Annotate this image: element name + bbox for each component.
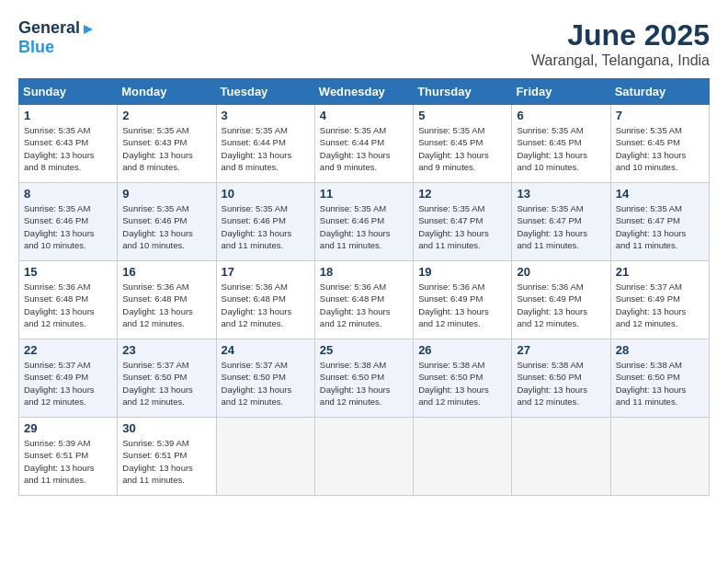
calendar-cell: 30Sunrise: 5:39 AMSunset: 6:51 PMDayligh… (118, 418, 216, 496)
day-info: Sunrise: 5:36 AMSunset: 6:48 PMDaylight:… (222, 281, 310, 329)
day-info: Sunrise: 5:35 AMSunset: 6:45 PMDaylight:… (517, 124, 605, 173)
day-number: 11 (320, 187, 408, 201)
day-info: Sunrise: 5:36 AMSunset: 6:49 PMDaylight:… (418, 281, 506, 329)
day-number: 6 (517, 109, 605, 122)
day-number: 30 (122, 421, 210, 435)
day-number: 17 (222, 265, 310, 279)
calendar-cell (216, 418, 314, 496)
calendar-table: SundayMondayTuesdayWednesdayThursdayFrid… (18, 78, 710, 496)
calendar-week-1: 1Sunrise: 5:35 AMSunset: 6:43 PMDaylight… (19, 105, 710, 183)
day-number: 8 (24, 187, 112, 201)
day-info: Sunrise: 5:35 AMSunset: 6:46 PMDaylight:… (24, 202, 112, 251)
day-number: 20 (517, 265, 605, 279)
day-number: 13 (517, 187, 605, 201)
day-info: Sunrise: 5:35 AMSunset: 6:47 PMDaylight:… (616, 202, 704, 251)
day-info: Sunrise: 5:39 AMSunset: 6:51 PMDaylight:… (122, 437, 210, 486)
day-info: Sunrise: 5:36 AMSunset: 6:48 PMDaylight:… (320, 281, 408, 329)
calendar-cell: 8Sunrise: 5:35 AMSunset: 6:46 PMDaylight… (19, 183, 118, 261)
column-header-tuesday: Tuesday (216, 79, 314, 105)
day-number: 27 (517, 343, 605, 357)
calendar-header-row: SundayMondayTuesdayWednesdayThursdayFrid… (19, 79, 710, 105)
day-info: Sunrise: 5:35 AMSunset: 6:46 PMDaylight:… (222, 202, 310, 251)
svg-marker-0 (84, 25, 93, 34)
calendar-cell: 15Sunrise: 5:36 AMSunset: 6:48 PMDayligh… (19, 261, 118, 339)
calendar-cell (314, 418, 413, 496)
day-number: 5 (418, 109, 506, 122)
day-info: Sunrise: 5:37 AMSunset: 6:50 PMDaylight:… (222, 359, 310, 408)
day-info: Sunrise: 5:38 AMSunset: 6:50 PMDaylight:… (616, 359, 704, 408)
day-info: Sunrise: 5:38 AMSunset: 6:50 PMDaylight:… (418, 359, 506, 408)
day-number: 29 (24, 421, 112, 435)
logo-blue-text: Blue (18, 38, 54, 57)
calendar-cell: 29Sunrise: 5:39 AMSunset: 6:51 PMDayligh… (19, 418, 118, 496)
calendar-cell: 14Sunrise: 5:35 AMSunset: 6:47 PMDayligh… (610, 183, 709, 261)
calendar-cell: 23Sunrise: 5:37 AMSunset: 6:50 PMDayligh… (118, 339, 216, 418)
column-header-friday: Friday (512, 79, 610, 105)
day-info: Sunrise: 5:36 AMSunset: 6:48 PMDaylight:… (122, 281, 210, 329)
day-info: Sunrise: 5:35 AMSunset: 6:46 PMDaylight:… (320, 202, 408, 251)
day-info: Sunrise: 5:35 AMSunset: 6:45 PMDaylight:… (616, 124, 704, 173)
day-number: 7 (616, 109, 704, 122)
column-header-sunday: Sunday (19, 79, 118, 105)
day-info: Sunrise: 5:37 AMSunset: 6:49 PMDaylight:… (616, 281, 704, 329)
column-header-monday: Monday (118, 79, 216, 105)
calendar-cell: 11Sunrise: 5:35 AMSunset: 6:46 PMDayligh… (314, 183, 413, 261)
day-number: 2 (122, 109, 210, 122)
calendar-cell: 17Sunrise: 5:36 AMSunset: 6:48 PMDayligh… (216, 261, 314, 339)
logo-general-text: General (18, 18, 80, 38)
calendar-week-5: 29Sunrise: 5:39 AMSunset: 6:51 PMDayligh… (19, 418, 710, 496)
day-info: Sunrise: 5:38 AMSunset: 6:50 PMDaylight:… (320, 359, 408, 408)
calendar-cell (512, 418, 610, 496)
day-number: 3 (222, 109, 310, 122)
day-number: 19 (418, 265, 506, 279)
calendar-cell: 27Sunrise: 5:38 AMSunset: 6:50 PMDayligh… (512, 339, 610, 418)
calendar-cell (610, 418, 709, 496)
day-number: 16 (122, 265, 210, 279)
day-info: Sunrise: 5:35 AMSunset: 6:46 PMDaylight:… (122, 202, 210, 251)
calendar-cell: 13Sunrise: 5:35 AMSunset: 6:47 PMDayligh… (512, 183, 610, 261)
day-number: 25 (320, 343, 408, 357)
day-number: 4 (320, 109, 408, 122)
month-title: June 2025 (531, 18, 710, 52)
calendar-cell: 2Sunrise: 5:35 AMSunset: 6:43 PMDaylight… (118, 105, 216, 183)
calendar-cell: 18Sunrise: 5:36 AMSunset: 6:48 PMDayligh… (314, 261, 413, 339)
day-info: Sunrise: 5:35 AMSunset: 6:47 PMDaylight:… (517, 202, 605, 251)
day-info: Sunrise: 5:36 AMSunset: 6:49 PMDaylight:… (517, 281, 605, 329)
calendar-cell: 5Sunrise: 5:35 AMSunset: 6:45 PMDaylight… (414, 105, 512, 183)
logo-arrow-icon (82, 23, 95, 36)
day-number: 10 (222, 187, 310, 201)
title-area: June 2025 Warangal, Telangana, India (531, 18, 710, 69)
calendar-cell: 10Sunrise: 5:35 AMSunset: 6:46 PMDayligh… (216, 183, 314, 261)
day-info: Sunrise: 5:39 AMSunset: 6:51 PMDaylight:… (24, 437, 112, 486)
day-number: 1 (24, 109, 112, 122)
day-number: 12 (418, 187, 506, 201)
calendar-week-2: 8Sunrise: 5:35 AMSunset: 6:46 PMDaylight… (19, 183, 710, 261)
day-number: 23 (122, 343, 210, 357)
day-info: Sunrise: 5:35 AMSunset: 6:45 PMDaylight:… (418, 124, 506, 173)
day-number: 24 (222, 343, 310, 357)
calendar-cell: 7Sunrise: 5:35 AMSunset: 6:45 PMDaylight… (610, 105, 709, 183)
day-number: 14 (616, 187, 704, 201)
calendar-cell: 4Sunrise: 5:35 AMSunset: 6:44 PMDaylight… (314, 105, 413, 183)
calendar-cell (414, 418, 512, 496)
day-info: Sunrise: 5:37 AMSunset: 6:50 PMDaylight:… (122, 359, 210, 408)
day-number: 9 (122, 187, 210, 201)
day-number: 15 (24, 265, 112, 279)
calendar-cell: 9Sunrise: 5:35 AMSunset: 6:46 PMDaylight… (118, 183, 216, 261)
day-info: Sunrise: 5:35 AMSunset: 6:44 PMDaylight:… (320, 124, 408, 173)
calendar-cell: 22Sunrise: 5:37 AMSunset: 6:49 PMDayligh… (19, 339, 118, 418)
column-header-thursday: Thursday (414, 79, 512, 105)
calendar-cell: 25Sunrise: 5:38 AMSunset: 6:50 PMDayligh… (314, 339, 413, 418)
calendar-cell: 28Sunrise: 5:38 AMSunset: 6:50 PMDayligh… (610, 339, 709, 418)
day-number: 21 (616, 265, 704, 279)
calendar-cell: 24Sunrise: 5:37 AMSunset: 6:50 PMDayligh… (216, 339, 314, 418)
day-number: 18 (320, 265, 408, 279)
day-info: Sunrise: 5:35 AMSunset: 6:47 PMDaylight:… (418, 202, 506, 251)
location-text: Warangal, Telangana, India (531, 52, 710, 69)
calendar-week-3: 15Sunrise: 5:36 AMSunset: 6:48 PMDayligh… (19, 261, 710, 339)
day-info: Sunrise: 5:35 AMSunset: 6:43 PMDaylight:… (122, 124, 210, 173)
calendar-cell: 21Sunrise: 5:37 AMSunset: 6:49 PMDayligh… (610, 261, 709, 339)
calendar-cell: 6Sunrise: 5:35 AMSunset: 6:45 PMDaylight… (512, 105, 610, 183)
calendar-week-4: 22Sunrise: 5:37 AMSunset: 6:49 PMDayligh… (19, 339, 710, 418)
day-info: Sunrise: 5:35 AMSunset: 6:43 PMDaylight:… (24, 124, 112, 173)
